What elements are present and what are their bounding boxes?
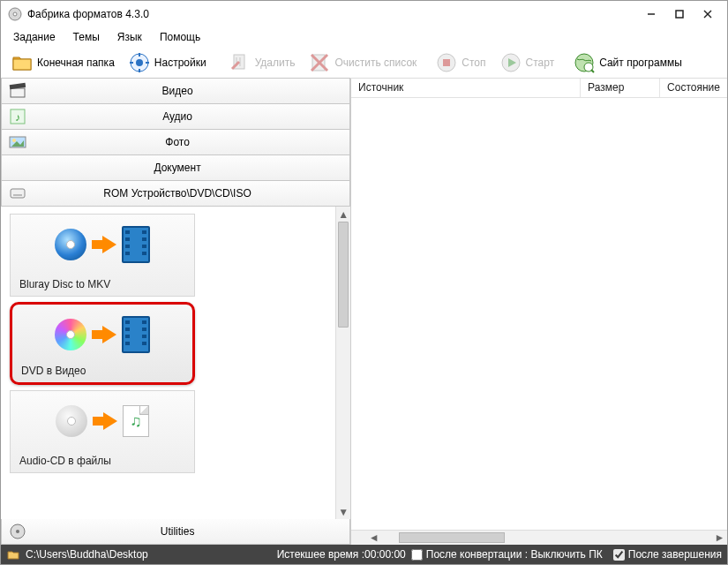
category-utilities[interactable]: Utilities xyxy=(1,518,350,545)
elapsed-value: 00:00:00 xyxy=(364,548,406,561)
svg-point-32 xyxy=(12,139,16,142)
svg-rect-27 xyxy=(11,88,25,97)
tile-bluray-to-mkv[interactable]: Bluray Disc to MKV xyxy=(10,214,195,297)
checkbox-label: После конвертации : Выключить ПК xyxy=(426,548,603,561)
shutdown-after-conversion-checkbox[interactable]: После конвертации : Выключить ПК xyxy=(411,548,603,561)
file-list-pane: Источник Размер Состояние ◄ ► xyxy=(351,79,727,545)
svg-point-8 xyxy=(136,59,143,66)
toolbar-label: Конечная папка xyxy=(37,56,115,69)
column-size[interactable]: Размер xyxy=(581,79,660,97)
scroll-thumb[interactable] xyxy=(338,222,349,328)
music-file-icon: ♫ xyxy=(123,405,149,437)
tile-graphic: ♫ xyxy=(11,396,194,446)
svg-point-1 xyxy=(13,12,17,16)
arrow-icon xyxy=(92,236,116,253)
svg-rect-6 xyxy=(13,59,31,70)
minimize-button[interactable] xyxy=(637,4,665,25)
scroll-left-arrow[interactable]: ◄ xyxy=(366,531,381,545)
menubar: Задание Темы Язык Помощь xyxy=(1,27,727,47)
window-title: Фабрика форматов 4.3.0 xyxy=(27,8,149,20)
list-header: Источник Размер Состояние xyxy=(351,79,727,98)
tile-list: Bluray Disc to MKV DVD в Видео xyxy=(1,207,335,519)
category-photo[interactable]: Фото xyxy=(1,129,350,155)
tile-dvd-to-video[interactable]: DVD в Видео xyxy=(10,302,195,385)
scroll-down-arrow[interactable]: ▼ xyxy=(336,504,350,519)
checkbox-input[interactable] xyxy=(613,549,625,561)
category-rom[interactable]: ROM Устройство\DVD\CD\ISO xyxy=(1,180,350,207)
output-folder-button[interactable]: Конечная папка xyxy=(4,49,122,76)
list-body[interactable] xyxy=(351,98,727,530)
folder-icon xyxy=(11,52,33,73)
start-button[interactable]: Старт xyxy=(493,49,562,76)
cd-disc-icon xyxy=(56,405,87,437)
start-icon xyxy=(500,52,522,73)
delete-button[interactable]: Удалить xyxy=(222,49,303,76)
toolbar-label: Стоп xyxy=(462,56,485,69)
tile-graphic xyxy=(12,310,192,359)
tile-label: Audio-CD в файлы xyxy=(19,455,185,467)
utilities-icon xyxy=(5,519,30,544)
scroll-track[interactable] xyxy=(336,222,350,504)
hscroll-thumb[interactable] xyxy=(399,532,505,543)
column-source[interactable]: Источник xyxy=(351,79,581,97)
category-pane: Видео ♪ Аудио Фото Документ ROM Устройст… xyxy=(1,79,351,545)
category-label: Аудио xyxy=(34,110,349,123)
photo-icon xyxy=(5,130,30,154)
titlebar: Фабрика форматов 4.3.0 xyxy=(1,1,727,27)
toolbar-label: Настройки xyxy=(154,56,206,69)
tile-label: DVD в Видео xyxy=(21,365,184,377)
workarea: Видео ♪ Аудио Фото Документ ROM Устройст… xyxy=(1,79,727,545)
film-icon xyxy=(122,316,150,353)
elapsed-label: Истекшее время : xyxy=(277,548,364,561)
scroll-right-arrow[interactable]: ► xyxy=(712,531,727,545)
tile-area: Bluray Disc to MKV DVD в Видео xyxy=(1,207,350,519)
tile-graphic xyxy=(11,220,194,269)
scroll-up-arrow[interactable]: ▲ xyxy=(336,207,350,222)
toolbar-label: Удалить xyxy=(255,56,296,69)
gear-icon xyxy=(129,52,150,73)
arrow-icon xyxy=(92,326,116,343)
clear-icon xyxy=(309,52,330,73)
column-state[interactable]: Состояние xyxy=(660,79,727,97)
checkbox-label: После завершения xyxy=(628,548,722,561)
svg-line-26 xyxy=(591,70,594,72)
category-video[interactable]: Видео xyxy=(1,78,350,104)
settings-button[interactable]: Настройки xyxy=(122,49,214,76)
vertical-scrollbar[interactable]: ▲ ▼ xyxy=(335,207,350,519)
app-window: Фабрика форматов 4.3.0 Задание Темы Язык… xyxy=(0,0,728,565)
folder-small-icon[interactable] xyxy=(6,547,20,561)
menu-themes[interactable]: Темы xyxy=(64,29,109,45)
clear-list-button[interactable]: Очистить список xyxy=(302,49,424,76)
category-audio[interactable]: ♪ Аудио xyxy=(1,103,350,130)
statusbar: C:\Users\Buddha\Desktop Истекшее время :… xyxy=(1,545,727,564)
output-path[interactable]: C:\Users\Buddha\Desktop xyxy=(26,548,148,561)
menu-help[interactable]: Помощь xyxy=(151,29,209,45)
tile-audiocd-to-files[interactable]: ♫ Audio-CD в файлы xyxy=(10,390,195,473)
close-button[interactable] xyxy=(694,4,722,25)
hscroll-track[interactable] xyxy=(381,531,712,545)
category-label: Документ xyxy=(34,162,349,174)
svg-rect-3 xyxy=(676,11,683,18)
svg-text:♪: ♪ xyxy=(15,111,20,124)
maximize-button[interactable] xyxy=(665,4,694,25)
category-label: ROM Устройство\DVD\CD\ISO xyxy=(34,187,349,200)
toolbar-label: Сайт программы xyxy=(599,56,682,69)
film-icon xyxy=(122,226,150,263)
after-completion-checkbox[interactable]: После завершения xyxy=(613,548,722,561)
music-note-icon: ♪ xyxy=(5,104,30,129)
drive-icon xyxy=(5,181,30,206)
bluray-disc-icon xyxy=(55,229,86,260)
category-label: Utilities xyxy=(34,525,349,538)
toolbar-label: Очистить список xyxy=(334,56,417,69)
svg-rect-35 xyxy=(13,194,22,196)
svg-point-37 xyxy=(16,530,19,533)
horizontal-scrollbar[interactable]: ◄ ► xyxy=(351,530,727,545)
menu-language[interactable]: Язык xyxy=(109,29,151,45)
menu-tasks[interactable]: Задание xyxy=(4,29,64,45)
globe-icon xyxy=(574,52,595,73)
checkbox-input[interactable] xyxy=(411,549,423,561)
document-icon xyxy=(5,155,30,180)
category-document[interactable]: Документ xyxy=(1,154,350,181)
program-site-button[interactable]: Сайт программы xyxy=(567,49,689,76)
stop-button[interactable]: Стоп xyxy=(429,49,492,76)
